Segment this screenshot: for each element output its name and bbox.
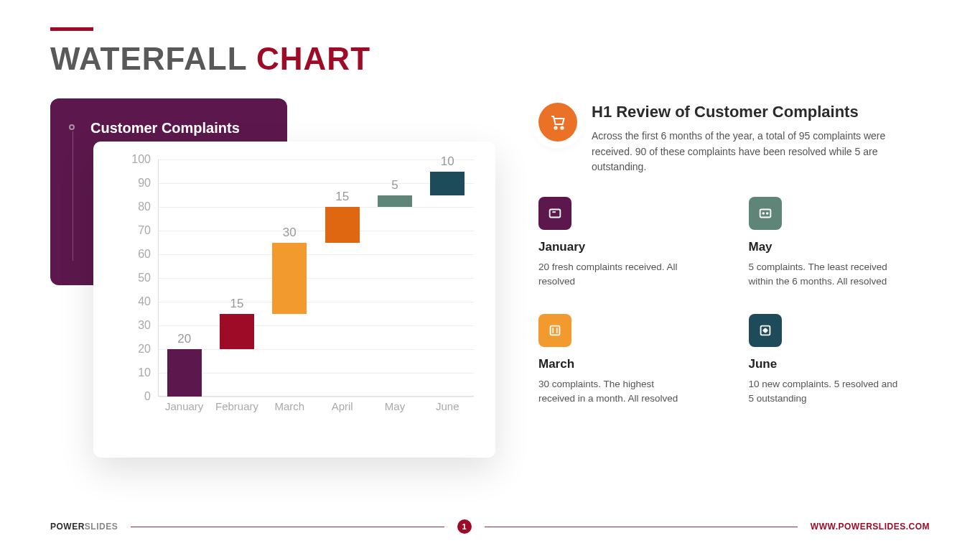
month-title: June — [749, 357, 930, 371]
x-label: June — [426, 400, 469, 412]
slide-title: WATERFALL CHART — [50, 41, 930, 77]
cart-icon — [538, 103, 577, 142]
slide-footer: POWERSLIDES 1 WWW.POWERSLIDES.COM — [50, 519, 930, 534]
footer-line-right — [485, 527, 798, 527]
y-tick: 100 — [111, 153, 151, 166]
chart-section: Customer Complaints 01020304050607080901… — [50, 98, 495, 458]
title-word-2: CHART — [256, 41, 370, 76]
svg-point-1 — [561, 126, 563, 129]
review-body: Across the first 6 months of the year, a… — [592, 129, 893, 175]
footer-brand-right: WWW.POWERSLIDES.COM — [811, 522, 930, 532]
bar-value: 15 — [230, 297, 244, 311]
pin-icon — [69, 124, 75, 130]
month-title: January — [538, 240, 720, 254]
month-body: 20 fresh complaints received. All resolv… — [538, 260, 689, 290]
month-icon — [749, 197, 782, 230]
bar-value: 30 — [283, 226, 297, 240]
x-label: March — [268, 400, 311, 412]
month-icon — [749, 314, 782, 347]
x-label: May — [373, 400, 416, 412]
y-tick: 40 — [111, 295, 151, 308]
bar-value: 20 — [177, 332, 191, 346]
review-section: H1 Review of Customer Complaints Across … — [538, 98, 930, 458]
bar-february: 15 — [220, 314, 254, 350]
y-tick: 20 — [111, 343, 151, 356]
svg-point-4 — [762, 213, 764, 214]
month-icon — [538, 314, 571, 347]
y-tick: 50 — [111, 272, 151, 284]
month-body: 5 complaints. The least received within … — [749, 260, 900, 290]
bar-may: 5 — [378, 195, 412, 208]
x-label: February — [215, 400, 258, 412]
svg-rect-3 — [760, 210, 770, 218]
y-tick: 80 — [111, 200, 151, 213]
footer-line-left — [131, 527, 444, 527]
month-block-june: June10 new complaints. 5 resolved and 5 … — [749, 314, 930, 407]
chart-title: Customer Complaints — [90, 120, 269, 136]
x-label: April — [321, 400, 364, 412]
svg-point-5 — [766, 213, 767, 214]
y-tick: 60 — [111, 248, 151, 261]
bar-april: 15 — [325, 207, 360, 243]
y-tick: 30 — [111, 319, 151, 332]
bar-value: 10 — [441, 154, 454, 169]
month-body: 10 new complaints. 5 resolved and 5 outs… — [749, 377, 900, 407]
footer-brand-left: POWERSLIDES — [50, 522, 118, 532]
waterfall-plot: 0102030405060708090100 20153015510 Janua… — [111, 159, 477, 418]
svg-rect-2 — [550, 210, 561, 218]
x-label: January — [163, 400, 206, 412]
bar-january: 20 — [167, 349, 202, 397]
svg-point-0 — [554, 126, 556, 129]
month-block-may: May5 complaints. The least received with… — [749, 197, 930, 290]
svg-rect-6 — [551, 325, 560, 335]
y-tick: 0 — [111, 390, 151, 403]
bar-march: 30 — [272, 243, 307, 314]
chart-card: 0102030405060708090100 20153015510 Janua… — [93, 142, 495, 458]
y-tick: 10 — [111, 366, 151, 379]
y-tick: 70 — [111, 224, 151, 237]
review-heading: H1 Review of Customer Complaints — [592, 103, 893, 121]
page-number: 1 — [457, 519, 472, 534]
month-block-march: March30 complaints. The highest received… — [538, 314, 720, 407]
bar-june: 10 — [430, 172, 465, 195]
bar-value: 15 — [335, 190, 349, 204]
title-accent-bar — [50, 27, 93, 31]
month-block-january: January20 fresh complaints received. All… — [538, 197, 720, 290]
month-body: 30 complaints. The highest received in a… — [538, 377, 689, 407]
month-icon — [538, 197, 571, 230]
month-title: March — [538, 357, 720, 371]
y-tick: 90 — [111, 177, 151, 190]
month-title: May — [749, 240, 930, 254]
bar-value: 5 — [391, 178, 398, 193]
title-word-1: WATERFALL — [50, 41, 247, 76]
